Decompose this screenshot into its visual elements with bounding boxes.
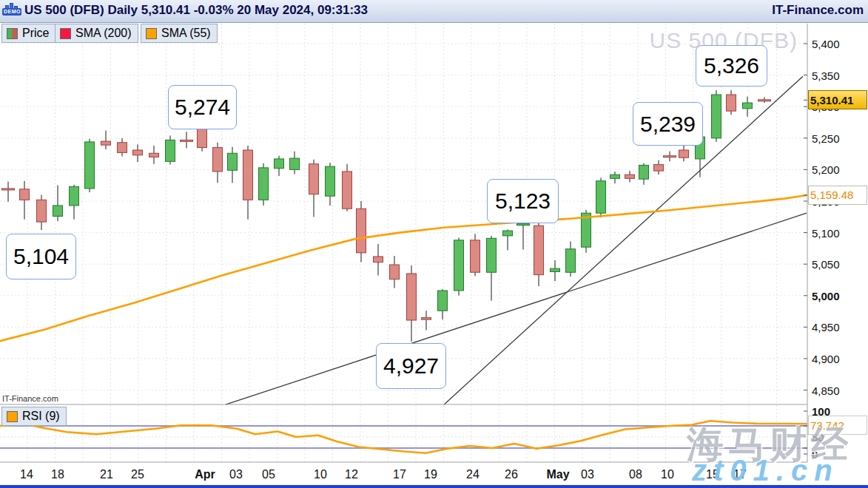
- time-axis-label: 14: [20, 468, 33, 481]
- time-axis-label: 25: [131, 468, 144, 481]
- candle[interactable]: [712, 95, 721, 138]
- price-axis-label: 4,950: [812, 321, 840, 333]
- price-callout[interactable]: 5,239: [633, 102, 703, 146]
- price-callout[interactable]: 5,326: [696, 45, 767, 87]
- candle[interactable]: [566, 249, 576, 273]
- candle[interactable]: [654, 165, 664, 172]
- price-axis-label: 5,350: [812, 69, 840, 81]
- price-axis-label: 5,200: [812, 163, 840, 176]
- time-axis-label: Apr: [195, 468, 215, 481]
- time-axis-label: 03: [229, 468, 243, 481]
- candle[interactable]: [487, 238, 497, 272]
- chart-footer-brand: IT-Finance.com: [2, 394, 58, 403]
- price-callout[interactable]: 5,104: [6, 234, 76, 279]
- time-axis-label: 19: [424, 468, 437, 481]
- price-axis-label: 5,250: [812, 132, 840, 144]
- legend-price[interactable]: Price: [1, 24, 55, 43]
- candle[interactable]: [326, 166, 335, 196]
- price-callout[interactable]: 4,927: [376, 343, 446, 389]
- candle[interactable]: [228, 153, 238, 170]
- legend-price-label: Price: [22, 27, 49, 40]
- legend-rsi-label: RSI (9): [22, 410, 60, 423]
- legend-sma55[interactable]: SMA (55): [141, 24, 218, 43]
- candle[interactable]: [503, 231, 513, 236]
- candle[interactable]: [37, 200, 47, 222]
- candle[interactable]: [438, 291, 448, 311]
- candle[interactable]: [743, 103, 753, 109]
- candle[interactable]: [85, 142, 95, 189]
- candle[interactable]: [243, 150, 253, 200]
- candle[interactable]: [596, 181, 606, 213]
- price-axis-label: 4,900: [812, 353, 840, 365]
- candle[interactable]: [149, 153, 159, 157]
- sma200-swatch-icon: [60, 28, 71, 39]
- time-axis-label: 05: [262, 468, 275, 481]
- candle[interactable]: [679, 150, 689, 157]
- candle[interactable]: [639, 165, 649, 179]
- candle[interactable]: [20, 189, 30, 200]
- candle[interactable]: [70, 186, 79, 206]
- candle[interactable]: [101, 141, 111, 145]
- candle[interactable]: [275, 159, 284, 169]
- candle[interactable]: [2, 189, 15, 190]
- candle[interactable]: [166, 140, 175, 161]
- candle[interactable]: [213, 148, 223, 172]
- candle[interactable]: [290, 158, 300, 169]
- sma55-value-tag: 5,159.48: [808, 186, 867, 205]
- site-watermark: zt01.cn: [692, 454, 839, 487]
- price-axis-label: 5,000: [812, 289, 840, 302]
- time-axis-label: 10: [314, 468, 327, 481]
- price-axis-label: 4,850: [812, 384, 840, 396]
- candle[interactable]: [357, 209, 366, 253]
- candle[interactable]: [625, 174, 635, 178]
- trend-line[interactable]: [444, 76, 803, 404]
- time-axis-label: 24: [466, 468, 480, 481]
- candle[interactable]: [390, 265, 400, 279]
- time-axis-label: 21: [100, 468, 113, 481]
- legend-sma200-label: SMA (200): [75, 27, 132, 40]
- legend-sma200[interactable]: SMA (200): [55, 24, 138, 43]
- sma55-swatch-icon: [146, 28, 157, 39]
- price-axis-label: 5,050: [812, 258, 840, 271]
- candle[interactable]: [53, 206, 63, 216]
- time-axis-label: 17: [393, 468, 406, 481]
- time-axis-label: 12: [345, 468, 358, 481]
- sma55-line[interactable]: [0, 195, 807, 341]
- candle[interactable]: [664, 156, 676, 157]
- candle[interactable]: [259, 168, 269, 200]
- candle[interactable]: [118, 143, 127, 153]
- chart-window: DEMO US 500 (DFB) Daily 5,310.41 -0.03% …: [0, 0, 868, 488]
- candle[interactable]: [374, 257, 383, 262]
- legend-rsi[interactable]: RSI (9): [1, 407, 67, 426]
- price-callout[interactable]: 5,123: [487, 179, 559, 223]
- time-axis-label: 18: [51, 468, 64, 481]
- price-swatch-icon: [7, 28, 18, 39]
- bottom-accent-bar: [0, 485, 868, 488]
- candle[interactable]: [534, 226, 544, 274]
- candle[interactable]: [309, 164, 319, 194]
- candle[interactable]: [727, 95, 736, 111]
- candle[interactable]: [343, 172, 352, 209]
- candle[interactable]: [758, 100, 771, 101]
- time-axis-label: 08: [629, 468, 642, 481]
- time-axis-label: 26: [505, 468, 518, 481]
- price-axis-label: 5,100: [812, 226, 840, 239]
- candle[interactable]: [407, 274, 417, 320]
- candle[interactable]: [471, 240, 480, 272]
- candle[interactable]: [517, 224, 530, 226]
- candle[interactable]: [551, 268, 560, 271]
- rsi-swatch-icon: [7, 411, 18, 422]
- time-axis-label: May: [546, 468, 569, 481]
- time-axis-label: 03: [581, 468, 594, 481]
- candle[interactable]: [181, 140, 193, 141]
- candle[interactable]: [133, 150, 143, 155]
- price-axis-label: 5,400: [812, 38, 840, 50]
- price-callout[interactable]: 5,274: [168, 85, 237, 129]
- legend-sma55-label: SMA (55): [161, 27, 211, 40]
- candle[interactable]: [422, 318, 431, 320]
- candle[interactable]: [610, 174, 620, 178]
- trend-line[interactable]: [226, 213, 807, 404]
- last-price-tag: 5,310.41: [808, 90, 867, 109]
- time-axis-label: 10: [661, 468, 674, 481]
- candle[interactable]: [454, 240, 464, 291]
